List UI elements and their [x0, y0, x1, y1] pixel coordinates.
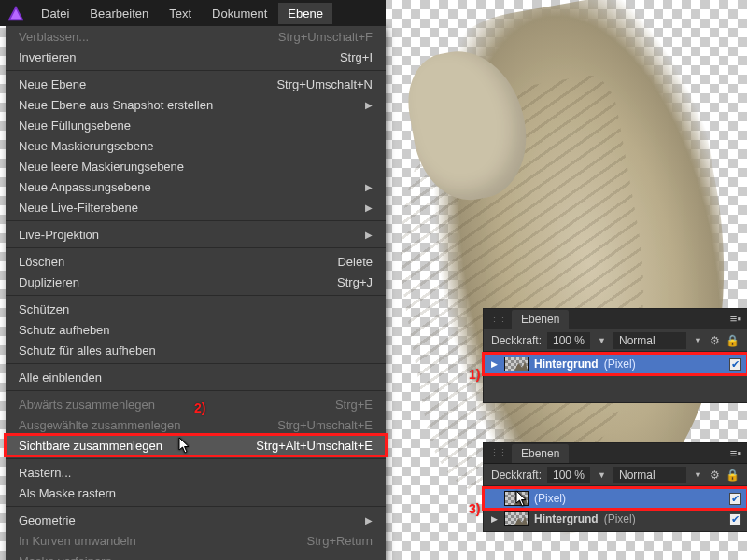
menu-item[interactable]: InvertierenStrg+I	[6, 47, 386, 67]
menu-item-label: Sichtbare zusammenlegen	[19, 439, 162, 453]
menu-item-label: Schützen	[19, 302, 69, 316]
layers-list-bottom: ▶ (Pixel) ✔ ▶ Hintergrund (Pixel) ✔	[484, 486, 747, 531]
menu-item-label: Duplizieren	[19, 275, 79, 289]
menu-item[interactable]: Neue Füllungsebene	[6, 115, 386, 135]
blend-mode-select[interactable]: Normal	[613, 467, 686, 483]
menu-item-label: Schutz aufheben	[19, 323, 110, 337]
menu-item[interactable]: DuplizierenStrg+J	[6, 272, 386, 292]
menu-item-label: Neue Anpassungsebene	[19, 180, 151, 194]
menu-item-label: Neue Ebene	[19, 77, 86, 91]
menu-item[interactable]: Neue Anpassungsebene▶	[6, 176, 386, 197]
menu-shortcut: Strg+Alt+Umschalt+E	[237, 439, 373, 453]
menu-separator	[6, 220, 386, 221]
menu-item[interactable]: Geometrie▶	[6, 510, 386, 530]
disclosure-icon[interactable]: ▶	[489, 359, 499, 369]
opacity-field[interactable]: 100 %	[547, 332, 590, 349]
menu-item[interactable]: Schutz für alles aufheben	[6, 340, 386, 360]
menu-shortcut: Strg+J	[318, 275, 373, 289]
layer-name: Hintergrund	[534, 357, 599, 371]
menu-item[interactable]: Neue EbeneStrg+Umschalt+N	[6, 74, 386, 94]
menu-item[interactable]: Sichtbare zusammenlegenStrg+Alt+Umschalt…	[6, 435, 386, 455]
layer-row-hintergrund[interactable]: ▶ Hintergrund (Pixel) ✔	[484, 509, 747, 529]
menu-item-label: Schutz für alles aufheben	[19, 343, 156, 357]
layer-row-hintergrund[interactable]: ▶ Hintergrund (Pixel) ✔	[484, 354, 747, 374]
menu-item[interactable]: Neue Maskierungsebene	[6, 135, 386, 156]
menu-separator	[6, 70, 386, 71]
menu-separator	[6, 458, 386, 459]
menu-item[interactable]: Schützen	[6, 299, 386, 319]
opacity-caret-icon[interactable]: ▼	[596, 336, 608, 345]
panel-grip-icon[interactable]: ⋮⋮	[489, 447, 506, 459]
menu-item[interactable]: Neue Ebene aus Snapshot erstellen▶	[6, 94, 386, 115]
menu-item-label: In Kurven umwandeln	[19, 534, 136, 548]
menu-item: In Kurven umwandelnStrg+Return	[6, 530, 386, 551]
panel-titlebar[interactable]: ⋮⋮ Ebenen ≡▪	[484, 309, 747, 329]
submenu-arrow-icon: ▶	[365, 182, 373, 192]
layer-thumbnail[interactable]	[504, 357, 529, 371]
menu-bearbeiten[interactable]: Bearbeiten	[80, 3, 158, 24]
opacity-caret-icon[interactable]: ▼	[596, 470, 608, 480]
menu-item[interactable]: Alle einblenden	[6, 367, 386, 387]
panel-grip-icon[interactable]: ⋮⋮	[489, 313, 506, 325]
blend-caret-icon[interactable]: ▼	[692, 336, 704, 345]
menu-item-label: Neue Ebene aus Snapshot erstellen	[19, 98, 213, 112]
lock-icon[interactable]: 🔒	[726, 334, 740, 347]
disclosure-icon[interactable]: ▶	[489, 514, 499, 524]
blend-mode-select[interactable]: Normal	[613, 332, 686, 349]
panel-menu-icon[interactable]: ≡▪	[730, 312, 741, 326]
menu-text[interactable]: Text	[160, 3, 201, 24]
panel-options-row: Deckkraft: 100 % ▼ Normal ▼ ⚙ 🔒	[484, 329, 747, 352]
panel-titlebar[interactable]: ⋮⋮ Ebenen ≡▪	[484, 443, 747, 464]
menu-item[interactable]: Neue Live-Filterebene▶	[6, 197, 386, 217]
menu-shortcut: Delete	[318, 255, 373, 269]
menu-ebene[interactable]: Ebene	[278, 3, 332, 24]
layer-visibility-checkbox[interactable]: ✔	[729, 513, 741, 525]
layer-kind: (Pixel)	[604, 357, 636, 371]
menu-item[interactable]: LöschenDelete	[6, 251, 386, 272]
panel-tab-ebenen[interactable]: Ebenen	[512, 310, 569, 329]
menu-datei[interactable]: Datei	[32, 3, 78, 24]
menu-item: Abwärts zusammenlegenStrg+E	[6, 394, 386, 414]
menu-item-label: Verblassen...	[19, 30, 89, 44]
gear-icon[interactable]: ⚙	[710, 334, 720, 347]
menu-item[interactable]: Live-Projektion▶	[6, 224, 386, 245]
menu-separator	[6, 506, 386, 507]
menu-item-label: Neue Live-Filterebene	[19, 201, 138, 215]
gear-icon[interactable]: ⚙	[710, 469, 720, 482]
menu-item-label: Als Maske rastern	[19, 486, 116, 500]
menu-item: Ausgewählte zusammenlegenStrg+Umschalt+E	[6, 414, 386, 435]
menu-shortcut: Strg+Return	[289, 534, 373, 548]
layer-row-pixel-merged[interactable]: ▶ (Pixel) ✔	[484, 488, 747, 509]
blend-caret-icon[interactable]: ▼	[692, 470, 704, 480]
layer-visibility-checkbox[interactable]: ✔	[729, 493, 741, 505]
menu-dokument[interactable]: Dokument	[203, 3, 276, 24]
menu-separator	[6, 295, 386, 296]
menu-shortcut: Strg+I	[321, 50, 373, 64]
menu-item[interactable]: Als Maske rastern	[6, 483, 386, 503]
menu-item: Maske verfeinern...	[6, 551, 386, 560]
menu-separator	[6, 363, 386, 364]
menu-item[interactable]: Neue leere Maskierungsebene	[6, 156, 386, 176]
submenu-arrow-icon: ▶	[365, 100, 373, 110]
layer-visibility-checkbox[interactable]: ✔	[729, 358, 741, 371]
lock-icon[interactable]: 🔒	[726, 469, 740, 482]
menu-shortcut: Strg+Umschalt+F	[260, 30, 373, 44]
menu-separator	[6, 247, 386, 248]
layer-thumbnail[interactable]	[504, 511, 529, 526]
menu-item: Verblassen...Strg+Umschalt+F	[6, 26, 386, 47]
panel-options-row: Deckkraft: 100 % ▼ Normal ▼ ⚙ 🔒	[484, 464, 747, 486]
panel-menu-icon[interactable]: ≡▪	[730, 446, 741, 460]
layers-panel-bottom: ⋮⋮ Ebenen ≡▪ Deckkraft: 100 % ▼ Normal ▼…	[484, 443, 747, 531]
cursor-icon	[178, 437, 191, 456]
layer-kind: (Pixel)	[534, 492, 566, 505]
opacity-label: Deckkraft:	[491, 334, 542, 347]
opacity-field[interactable]: 100 %	[547, 467, 590, 483]
menu-item[interactable]: Schutz aufheben	[6, 319, 386, 340]
panel-tab-ebenen[interactable]: Ebenen	[512, 444, 569, 463]
opacity-label: Deckkraft:	[491, 469, 542, 482]
app-logo-icon	[7, 5, 24, 21]
submenu-arrow-icon: ▶	[365, 230, 373, 240]
menu-item[interactable]: Rastern...	[6, 462, 386, 483]
menu-item-label: Abwärts zusammenlegen	[19, 398, 155, 412]
ebene-dropdown-menu: Verblassen...Strg+Umschalt+FInvertierenS…	[6, 26, 386, 560]
